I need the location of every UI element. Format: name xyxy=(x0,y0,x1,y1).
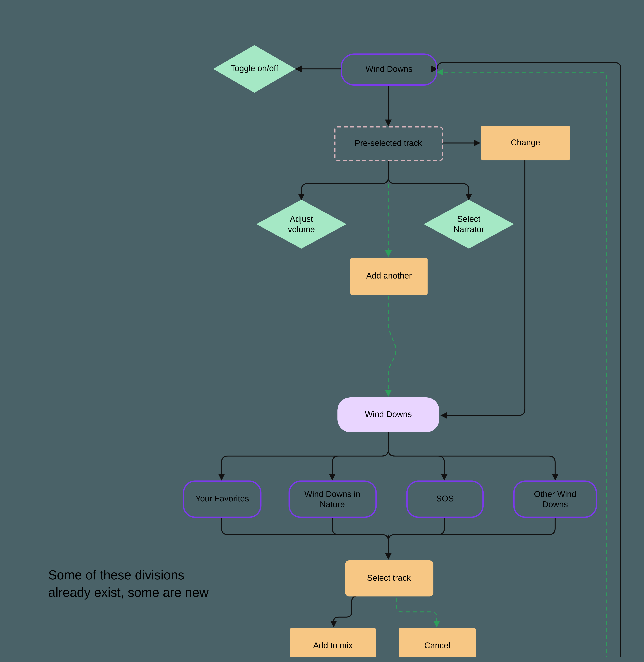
node-toggle-label: Toggle on/off xyxy=(231,64,278,73)
node-winddowns-nature-label2: Nature xyxy=(320,500,345,509)
node-add-another: Add another xyxy=(350,257,428,295)
node-select-narrator-label2: Narrator xyxy=(453,225,484,234)
node-other-winddowns-label2: Downs xyxy=(543,500,568,509)
node-change: Change xyxy=(481,125,570,160)
node-adjust-volume-label1: Adjust xyxy=(290,214,313,224)
node-preselected-label: Pre-selected track xyxy=(355,138,422,147)
node-add-to-mix-label: Add to mix xyxy=(313,641,353,650)
node-winddowns-mid: Wind Downs xyxy=(338,397,439,432)
node-select-track: Select track xyxy=(345,561,433,596)
node-add-to-mix: Add to mix xyxy=(290,628,376,657)
node-add-another-label: Add another xyxy=(366,271,412,280)
node-select-narrator-label1: Select xyxy=(457,214,481,224)
node-cancel: Cancel xyxy=(398,628,476,657)
node-winddowns-top-label: Wind Downs xyxy=(366,64,413,73)
node-other-winddowns-label1: Other Wind xyxy=(534,489,576,499)
canvas-bg xyxy=(0,0,644,657)
annotation-line2: already exist, some are new xyxy=(48,585,209,599)
node-change-label: Change xyxy=(511,138,540,147)
flowchart-canvas: Toggle on/off Wind Downs Pre-selected tr… xyxy=(0,0,644,657)
annotation-line1: Some of these divisions xyxy=(48,568,184,582)
node-select-track-label: Select track xyxy=(367,573,411,583)
node-cancel-label: Cancel xyxy=(424,641,451,650)
node-winddowns-mid-label: Wind Downs xyxy=(365,410,412,419)
node-winddowns-nature-label1: Wind Downs in xyxy=(304,489,360,499)
node-winddowns-top: Wind Downs xyxy=(341,54,437,85)
node-your-favorites-label: Your Favorites xyxy=(196,494,249,503)
node-adjust-volume-label2: volume xyxy=(288,225,315,234)
node-sos-label: SOS xyxy=(436,494,454,503)
